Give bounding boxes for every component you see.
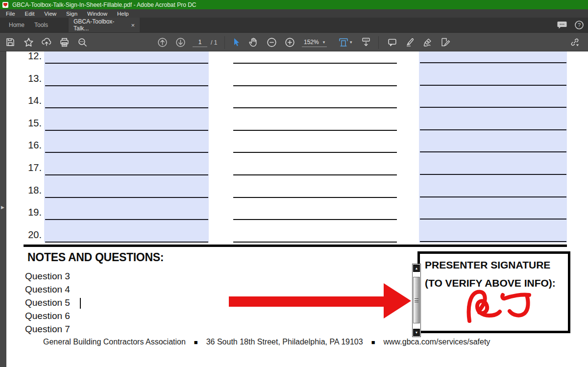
question-line: Question 6 xyxy=(25,311,70,324)
writing-line xyxy=(233,107,397,108)
form-field-column-right[interactable] xyxy=(419,51,567,243)
field-underline xyxy=(420,151,566,152)
writing-line xyxy=(233,130,397,131)
next-page-icon[interactable] xyxy=(175,37,186,48)
pdf-document: ▶ 12. 13. 14. 15. 16. 17. 18. 19. 20. xyxy=(0,51,588,367)
field-underline xyxy=(45,242,208,243)
field-underline xyxy=(420,62,566,63)
tab-document-label: GBCA-Toolbox-Talk... xyxy=(74,18,127,32)
zoom-out-icon[interactable] xyxy=(266,37,277,48)
row-number: 16. xyxy=(20,140,42,151)
window-title: GBCA-Toolbox-Talk-Sign-In-Sheet-Fillable… xyxy=(12,1,196,8)
writing-line xyxy=(233,85,397,86)
document-footer: General Building Contractors Association… xyxy=(43,336,490,348)
save-icon[interactable] xyxy=(5,37,16,48)
close-tab-icon[interactable]: × xyxy=(131,22,135,29)
footer-address: 36 South 18th Street, Philadelphia, PA 1… xyxy=(206,338,363,346)
writing-line xyxy=(233,219,397,220)
question-line: Question 4 xyxy=(25,284,70,297)
page-total-label: / 1 xyxy=(211,39,217,46)
writing-line xyxy=(233,174,397,175)
question-line: Question 5 xyxy=(25,297,70,311)
tab-home[interactable]: Home xyxy=(4,18,29,32)
footer-org: General Building Contractors Association xyxy=(43,338,186,346)
row-number: 18. xyxy=(20,185,42,196)
menu-help[interactable]: Help xyxy=(112,11,134,17)
form-field-column-left[interactable] xyxy=(44,51,209,243)
field-underline xyxy=(420,174,566,175)
zoom-level-control[interactable]: 152% ▾ xyxy=(302,37,327,47)
field-underline xyxy=(420,196,566,197)
row-number: 17. xyxy=(20,162,42,173)
row-number: 15. xyxy=(20,118,42,129)
tab-tools[interactable]: Tools xyxy=(29,18,53,32)
highlighter-icon[interactable] xyxy=(405,37,416,48)
menu-sign[interactable]: Sign xyxy=(61,11,82,17)
menu-window[interactable]: Window xyxy=(82,11,112,17)
share-link-icon[interactable] xyxy=(569,37,580,48)
field-underline xyxy=(420,241,566,242)
question-line: Question 3 xyxy=(25,271,70,284)
bullet-icon: ■ xyxy=(371,339,375,346)
row-number: 20. xyxy=(20,229,42,241)
previous-page-icon[interactable] xyxy=(157,37,168,48)
star-icon[interactable] xyxy=(23,37,34,48)
fill-sign-icon[interactable] xyxy=(440,37,451,48)
scrollbar-thumb[interactable] xyxy=(413,277,420,323)
field-underline xyxy=(45,174,208,175)
chevron-down-icon: ▾ xyxy=(323,40,325,45)
writing-line xyxy=(233,63,397,64)
main-toolbar: 1 / 1 152% ▾ xyxy=(0,32,588,51)
field-underline xyxy=(45,152,208,153)
expand-panel-icon[interactable]: ▶ xyxy=(1,205,4,210)
comments-panel-icon[interactable] xyxy=(557,21,567,29)
writing-line xyxy=(233,197,397,198)
cloud-upload-icon[interactable] xyxy=(41,37,52,48)
page-fit-chevron-icon[interactable]: ▾ xyxy=(350,40,352,45)
red-arrow-annotation xyxy=(229,296,386,307)
comment-icon[interactable] xyxy=(387,37,397,48)
question-line: Question 7 xyxy=(25,324,70,337)
title-bar: GBCA-Toolbox-Talk-Sign-In-Sheet-Fillable… xyxy=(0,0,588,9)
help-icon[interactable]: ? xyxy=(574,20,584,30)
scrollbar-up-icon[interactable]: ▲ xyxy=(413,265,420,272)
red-arrow-head xyxy=(384,283,411,318)
row-number: 19. xyxy=(20,207,42,218)
menu-view[interactable]: View xyxy=(39,11,61,17)
menu-edit[interactable]: Edit xyxy=(20,11,40,17)
menu-bar: File Edit View Sign Window Help xyxy=(0,9,588,18)
page-number-input[interactable]: 1 xyxy=(193,37,207,47)
field-underline xyxy=(45,85,208,86)
row-number: 12. xyxy=(20,50,42,62)
row-number: 13. xyxy=(20,73,42,84)
presenter-signature-ink xyxy=(465,287,543,323)
row-number: 14. xyxy=(20,95,42,106)
zoom-in-icon[interactable] xyxy=(284,37,295,48)
hand-tool-icon[interactable] xyxy=(248,37,259,48)
field-underline xyxy=(45,219,208,220)
field-underline xyxy=(45,130,208,131)
text-cursor xyxy=(80,298,81,309)
sign-pen-icon[interactable] xyxy=(422,37,433,48)
scrollbar-down-icon[interactable]: ▼ xyxy=(413,329,420,336)
field-underline xyxy=(420,107,566,108)
acrobat-app-icon xyxy=(2,2,8,8)
field-underline xyxy=(45,63,208,64)
tab-document[interactable]: GBCA-Toolbox-Talk... × xyxy=(69,18,140,32)
field-scrollbar[interactable]: ▲ ▼ xyxy=(412,264,421,337)
field-underline xyxy=(420,219,566,220)
menu-file[interactable]: File xyxy=(1,11,20,17)
writing-line xyxy=(233,242,397,243)
print-icon[interactable] xyxy=(59,37,70,48)
notes-heading: NOTES AND QUESTIONS: xyxy=(27,251,164,264)
page-fit-icon[interactable] xyxy=(338,37,349,48)
field-underline xyxy=(45,107,208,108)
section-divider xyxy=(24,245,567,247)
svg-text:?: ? xyxy=(578,22,581,28)
find-icon[interactable] xyxy=(77,37,88,48)
scrolling-mode-icon[interactable] xyxy=(361,37,371,48)
writing-line xyxy=(233,152,397,153)
select-tool-icon[interactable] xyxy=(231,37,242,48)
bullet-icon: ■ xyxy=(194,339,198,346)
navigation-pane-strip: ▶ xyxy=(0,51,6,367)
